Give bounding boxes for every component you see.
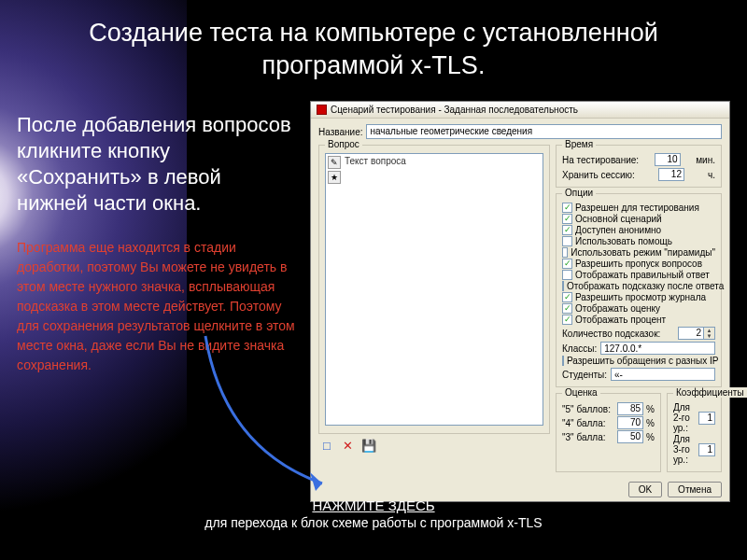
question-legend: Вопрос (325, 139, 362, 149)
time-session-unit: ч. (708, 170, 715, 180)
option-checkbox[interactable]: ✓ (562, 203, 572, 213)
name-label: Название: (318, 127, 362, 137)
scenario-dialog: Сценарий тестирования - Заданная последо… (310, 101, 730, 502)
students-input[interactable]: «- (611, 368, 715, 381)
option-label: Отображать оценку (575, 303, 660, 314)
hints-input[interactable]: 2 (678, 327, 704, 340)
option-label: Разрешить пропуск вопросов (575, 259, 702, 269)
allowip-checkbox[interactable] (562, 356, 564, 366)
option-checkbox[interactable] (562, 270, 572, 280)
option-label: Доступен анонимно (575, 225, 661, 235)
question-icon[interactable]: ★ (328, 171, 341, 184)
allowip-label: Разрешить обращения с разных IP (567, 356, 718, 366)
grade5-input[interactable]: 85 (617, 402, 643, 415)
students-label: Студенты: (562, 370, 607, 380)
ok-button[interactable]: OK (628, 482, 662, 497)
delete-icon[interactable]: ✕ (341, 440, 354, 453)
option-checkbox[interactable]: ✓ (562, 214, 572, 224)
coeff3-input[interactable]: 1 (698, 443, 715, 456)
dialog-title: Сценарий тестирования - Заданная последо… (331, 105, 578, 115)
hints-spinner[interactable]: ▲▼ (704, 327, 715, 340)
slide-title: Создание теста на компьютере с установле… (0, 17, 747, 82)
option-checkbox[interactable]: ✓ (562, 292, 572, 302)
option-checkbox[interactable] (562, 281, 564, 291)
coeff2-input[interactable]: 1 (698, 412, 715, 425)
new-icon[interactable]: □ (320, 440, 333, 453)
option-label: Основной сценарий (575, 214, 662, 224)
save-icon[interactable]: 💾 (361, 440, 374, 453)
classes-input[interactable]: 127.0.0.* (600, 342, 715, 355)
slide-body-text: После добавления вопросов кликните кнопк… (17, 112, 297, 217)
option-label: Отображать правильный ответ (575, 270, 710, 280)
footer-subtext: для перехода к блок схеме работы с прогр… (0, 515, 747, 530)
option-label: Использовать режим "пирамиды" (571, 247, 715, 258)
grades-legend: Оценка (562, 387, 600, 398)
option-checkbox[interactable]: ✓ (562, 303, 572, 314)
option-checkbox[interactable]: ✓ (562, 225, 572, 235)
time-test-label: На тестирование: (562, 155, 639, 165)
option-label: Разрешен для тестирования (575, 203, 699, 213)
slide-warning-note: Программа еще находится в стадии доработ… (17, 238, 297, 375)
option-checkbox[interactable]: ✓ (562, 259, 572, 269)
option-label: Отображать процент (575, 315, 666, 325)
hints-label: Количество подсказок: (562, 329, 660, 339)
question-text-area[interactable]: Текст вопроса (343, 154, 543, 425)
classes-label: Классы: (562, 343, 597, 354)
option-checkbox[interactable] (562, 247, 568, 258)
grade3-input[interactable]: 50 (617, 430, 643, 443)
time-test-input[interactable]: 10 (655, 153, 681, 166)
option-checkbox[interactable]: ✓ (562, 315, 572, 325)
app-icon (317, 105, 327, 115)
option-label: Отображать подсказку после ответа (567, 281, 724, 291)
coeff-legend: Коэффициенты (673, 387, 747, 398)
option-label: Использовать помощь (575, 236, 672, 246)
footer-link[interactable]: НАЖМИТЕ ЗДЕСЬ (0, 497, 747, 513)
name-input[interactable]: начальные геометрические сведения (366, 124, 722, 139)
time-session-input[interactable]: 12 (658, 168, 684, 181)
time-legend: Время (562, 139, 596, 149)
cancel-button[interactable]: Отмена (668, 482, 722, 497)
options-legend: Опции (562, 188, 596, 198)
question-icon[interactable]: ✎ (328, 156, 341, 169)
question-list[interactable]: ✎ ★ Текст вопроса (325, 153, 543, 426)
dialog-titlebar: Сценарий тестирования - Заданная последо… (311, 102, 729, 119)
grade4-input[interactable]: 70 (617, 416, 643, 429)
time-session-label: Хранить сессию: (562, 170, 635, 180)
option-label: Разрешить просмотр журнала (575, 292, 706, 302)
option-checkbox[interactable] (562, 236, 572, 246)
time-test-unit: мин. (696, 155, 715, 165)
